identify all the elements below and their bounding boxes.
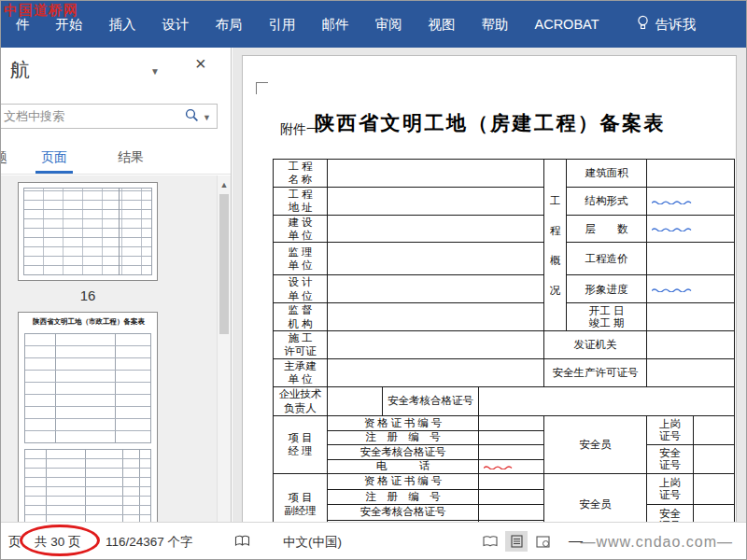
tell-me-button[interactable]: 告诉我 (637, 15, 697, 34)
sub-label-registration-no: 注 册 编 号 (328, 430, 479, 444)
table-cell[interactable] (328, 331, 544, 359)
label-deputy-project-manager: 项 目 副经理 (274, 473, 328, 522)
table-cell[interactable] (479, 504, 544, 520)
ribbon-tab-insert[interactable]: 插入 (96, 2, 149, 48)
table-cell[interactable] (647, 331, 735, 359)
table-cell[interactable] (479, 430, 544, 444)
read-mode-button[interactable] (479, 531, 501, 552)
lightbulb-icon (637, 15, 649, 34)
search-input[interactable] (4, 105, 153, 128)
overview-label-area: 建筑面积 (567, 160, 647, 188)
table-cell[interactable] (647, 215, 735, 243)
ribbon-tab-help[interactable]: 帮助 (469, 2, 522, 48)
proofing-icon[interactable] (234, 535, 250, 551)
tab-pages[interactable]: 页面 (35, 149, 73, 174)
table-cell[interactable] (647, 303, 735, 331)
web-layout-button[interactable] (531, 531, 554, 552)
document-area: 附件一 陕西省文明工地（房建工程）备案表 工 程 名 称 工 程 概 况 建筑面… (233, 48, 746, 522)
grammar-squiggle-icon (652, 227, 693, 231)
table-cell[interactable] (328, 303, 544, 331)
ribbon-tab-mailings[interactable]: 邮件 (309, 2, 362, 48)
row-label-supervision-unit: 监 理 单 位 (274, 243, 328, 275)
table-cell[interactable] (647, 275, 735, 303)
table-cell[interactable] (328, 160, 544, 188)
overview-label-progress: 形象进度 (567, 275, 647, 303)
table-cell[interactable] (328, 187, 544, 215)
row-label-project-name: 工 程 名 称 (274, 160, 328, 188)
thumbnail-divider (119, 188, 120, 275)
page-17-thumbnail[interactable]: 陕西省文明工地（市政工程）备案表 (18, 312, 158, 524)
overview-label-floors: 层 数 (567, 215, 647, 243)
tab-results[interactable]: 结果 (112, 149, 149, 174)
word-window: 件 开始 插入 设计 布局 引用 邮件 审阅 视图 帮助 ACROBAT 告诉我… (0, 0, 747, 560)
overview-vertical-label: 工 程 概 况 (544, 160, 567, 331)
print-layout-button[interactable] (505, 531, 528, 552)
scrollbar-thumb[interactable] (219, 194, 229, 334)
table-cell[interactable] (328, 243, 544, 275)
margin-corner-mark (256, 82, 268, 94)
label-exam-cert: 安全考核合格证号 (383, 386, 479, 415)
search-controls[interactable]: ▼ (185, 108, 211, 126)
label-issuing-authority: 发证机关 (544, 331, 647, 359)
scroll-up-icon[interactable]: ▲ (218, 177, 231, 192)
grammar-squiggle-icon (652, 287, 693, 292)
row-label-project-address: 工 程 地 址 (274, 187, 328, 215)
ribbon-tab-review[interactable]: 审阅 (362, 2, 416, 48)
chevron-down-icon: ▼ (203, 113, 211, 122)
table-cell[interactable] (479, 444, 544, 459)
table-cell[interactable] (647, 187, 735, 215)
ribbon-tab-acrobat[interactable]: ACROBAT (522, 3, 613, 46)
label-safety-officer: 安全员 (544, 473, 647, 522)
web-layout-icon (536, 536, 550, 548)
document-page[interactable]: 附件一 陕西省文明工地（房建工程）备案表 工 程 名 称 工 程 概 况 建筑面… (242, 55, 737, 522)
table-cell[interactable] (479, 386, 735, 415)
page-16-thumbnail[interactable] (18, 182, 158, 281)
table-cell[interactable] (647, 160, 735, 188)
ribbon: 件 开始 插入 设计 布局 引用 邮件 审阅 视图 帮助 ACROBAT 告诉我 (1, 1, 747, 48)
sub-label-registration-no: 注 册 编 号 (328, 489, 479, 504)
grammar-squiggle-icon (652, 200, 693, 204)
table-cell[interactable] (328, 215, 544, 243)
table-cell[interactable] (479, 459, 544, 473)
table-cell[interactable] (479, 473, 544, 489)
search-box: ▼ (1, 104, 218, 129)
label-safety-officer: 安全员 (544, 415, 647, 473)
thumbnails-scrollbar[interactable]: ▲ (217, 175, 231, 524)
label-production-license: 安全生产许可证号 (544, 358, 647, 386)
sub-label-phone: 电 话 (328, 459, 479, 473)
table-cell[interactable] (694, 504, 735, 522)
table-cell[interactable] (328, 358, 544, 386)
chevron-down-icon[interactable]: ▼ (150, 66, 160, 77)
ribbon-tab-layout[interactable]: 布局 (203, 2, 256, 48)
thumbnail-table-sketch (23, 188, 152, 275)
ribbon-tab-view[interactable]: 视图 (416, 2, 469, 48)
overview-label-structure: 结构形式 (567, 187, 647, 215)
row-label-main-contractor: 主承建 单 位 (274, 358, 328, 386)
table-cell[interactable] (694, 473, 735, 504)
ribbon-tab-references[interactable]: 引用 (256, 2, 309, 48)
table-cell[interactable] (479, 489, 544, 504)
thumbnail-table-sketch (24, 333, 151, 443)
table-cell[interactable] (479, 415, 544, 430)
overview-label-dates: 开工 日 竣工 期 (567, 303, 647, 331)
sub-label-qualification-no: 资 格 证 书 编 号 (328, 473, 479, 489)
label-project-manager: 项 目 经 理 (274, 415, 328, 473)
table-cell[interactable] (328, 386, 383, 415)
language-indicator[interactable]: 中文(中国) (283, 534, 342, 551)
table-cell[interactable] (328, 275, 544, 303)
label-post-cert: 上岗 证号 (647, 415, 694, 444)
page-number-label: 16 (18, 287, 158, 303)
ribbon-tab-design[interactable]: 设计 (149, 2, 203, 48)
label-safety-cert: 安全 证号 (647, 504, 694, 522)
tab-headings[interactable]: 题 (1, 149, 13, 174)
table-cell[interactable] (647, 358, 735, 386)
close-icon[interactable]: × (195, 53, 206, 75)
table-cell[interactable] (647, 243, 735, 275)
spelling-squiggle-icon (484, 465, 514, 469)
filing-form-table: 工 程 名 称 工 程 概 况 建筑面积 工 程 地 址 结构形式 建 设 单 … (273, 159, 735, 522)
word-count-indicator[interactable]: 116/24367 个字 (106, 534, 193, 551)
table-cell[interactable] (694, 444, 735, 473)
table-cell[interactable] (694, 415, 735, 444)
label-post-cert: 上岗 证号 (647, 473, 694, 504)
label-safety-cert: 安全 证号 (647, 444, 694, 473)
